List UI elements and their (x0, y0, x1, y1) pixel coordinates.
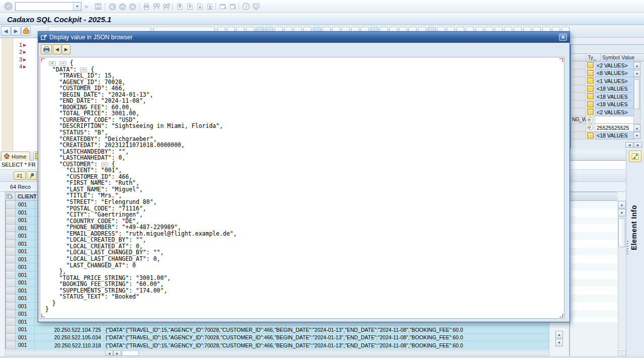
editor-line[interactable]: 1▶ (13, 42, 26, 49)
resize-grip[interactable]: ∷ (618, 350, 626, 356)
row-selector[interactable] (6, 341, 16, 349)
navigate-back-button[interactable]: ◀ (1, 26, 11, 36)
row-selector[interactable] (6, 326, 16, 334)
element-info-dock-button[interactable] (629, 151, 641, 162)
symbol-hscroll-right-icon[interactable]: ▶ (634, 142, 642, 148)
symbol-value-cell[interactable]: 25525525525 (595, 124, 634, 132)
table-row[interactable]: 00120.250.522.104.725{"DATA":{"TRAVEL_ID… (6, 326, 549, 334)
row-selector[interactable] (6, 248, 16, 256)
timestamp-cell[interactable]: 20.250.522.104.725 (35, 326, 104, 334)
timestamp-cell[interactable]: 20.250.522.105.034 (35, 334, 104, 342)
client-cell[interactable]: 001 (16, 256, 35, 264)
symbol-value-cell[interactable]: <18 VALUES (595, 85, 634, 93)
breakpoint-marker-icon[interactable]: ▶ (23, 50, 26, 54)
row-selector[interactable] (6, 310, 16, 318)
page-up-icon[interactable] (118, 2, 127, 11)
collapse-node-button[interactable]: – (101, 162, 108, 167)
symbol-value-cell[interactable] (595, 116, 634, 124)
symbol-scroll-thumb[interactable] (634, 79, 640, 109)
breakpoint-marker-icon[interactable]: ▶ (23, 57, 26, 62)
select-all-header[interactable] (6, 192, 16, 200)
client-cell[interactable]: 001 (16, 209, 35, 217)
row-selector[interactable] (6, 334, 16, 342)
client-cell[interactable]: 001 (16, 310, 35, 318)
close-icon[interactable]: ✕ (559, 34, 567, 41)
client-cell[interactable]: 001 (16, 263, 35, 271)
symbol-row[interactable]: 25525525525 (572, 124, 634, 132)
cancel-icon[interactable] (128, 2, 137, 11)
row-selector[interactable] (6, 256, 16, 264)
row-selector[interactable] (6, 217, 16, 225)
grid-vertical-scroll-thumb[interactable] (618, 218, 625, 247)
json-string-cell[interactable]: {"DATA":{"TRAVEL_ID":15,"AGENCY_ID":7002… (104, 334, 549, 342)
new-session-icon[interactable] (218, 2, 227, 11)
row-selector[interactable] (6, 287, 16, 295)
row-selector[interactable] (6, 209, 16, 217)
client-cell[interactable]: 001 (16, 240, 35, 248)
prev-page-icon[interactable] (185, 2, 194, 11)
client-cell[interactable]: 001 (16, 287, 35, 295)
symbol-row[interactable]: NG_WE (572, 116, 634, 124)
previous-value-button[interactable]: ◀ (53, 44, 61, 54)
symbol-scroll-up-icon[interactable]: ▲ (633, 62, 640, 69)
strip-scroll-up-icon[interactable]: ▲ (618, 201, 626, 208)
gui-settings-icon[interactable] (252, 2, 261, 11)
symbol-hscroll-left-icon[interactable]: ◀ (625, 142, 633, 148)
client-cell[interactable]: 001 (16, 271, 35, 279)
symbol-row[interactable]: <18 VALUES (572, 101, 634, 109)
editor-line[interactable]: 4▶ (13, 63, 26, 70)
hscroll-thumb[interactable] (122, 350, 139, 356)
back-icon[interactable] (108, 2, 117, 11)
symbol-scroll-down-icon[interactable]: ▼ (633, 70, 640, 77)
find-icon[interactable] (152, 2, 161, 11)
symbol-value-cell[interactable]: <18 VALUES (595, 132, 634, 140)
json-string-cell[interactable]: {"DATA":{"TRAVEL_ID":15,"AGENCY_ID":7002… (104, 326, 549, 334)
symbol-row[interactable]: <1 VALUES> (572, 77, 634, 85)
editor-line[interactable]: 3▶ (13, 56, 26, 63)
json-string-cell[interactable]: {"DATA":{"TRAVEL_ID":15,"AGENCY_ID":7002… (104, 341, 549, 349)
client-column-header[interactable]: CLIENT (16, 192, 35, 200)
client-cell[interactable]: 001 (16, 232, 35, 240)
result-number-button[interactable]: #1 (14, 171, 26, 180)
timestamp-cell[interactable]: 20.250.522.110.318 (35, 341, 104, 349)
strip-scroll-down-icon[interactable]: ▼ (618, 209, 626, 217)
breakpoint-marker-icon[interactable]: ▶ (23, 64, 26, 69)
client-cell[interactable]: 001 (16, 295, 35, 303)
last-page-icon[interactable] (205, 2, 214, 11)
command-dropdown-icon[interactable]: ▼ (73, 3, 81, 11)
row-selector[interactable] (6, 263, 16, 271)
row-selector[interactable] (6, 232, 16, 240)
help-icon[interactable]: ? (242, 2, 251, 11)
row-selector[interactable] (6, 318, 16, 326)
symbol-value-cell[interactable]: <8 VALUES> (595, 69, 634, 78)
grid-horizontal-scrollbar[interactable] (5, 350, 549, 356)
first-page-icon[interactable] (175, 2, 184, 11)
collapse-node-button[interactable]: – (59, 61, 66, 66)
symbol-row[interactable]: <18 VALUES (572, 132, 634, 140)
editor-line[interactable]: 2▶ (13, 49, 26, 56)
symbol-value-cell[interactable]: <2 VALUES> (595, 108, 634, 116)
tab-home[interactable]: Home (1, 152, 30, 161)
collapse-node-button[interactable]: – (80, 67, 87, 73)
client-cell[interactable]: 001 (16, 225, 35, 233)
row-selector[interactable] (6, 295, 16, 303)
client-cell[interactable]: 001 (16, 201, 35, 209)
dialog-title-bar[interactable]: Display value in JSON browser ✕ (38, 32, 570, 43)
client-cell[interactable]: 001 (16, 341, 35, 349)
client-cell[interactable]: 001 (16, 303, 35, 311)
find-next-icon[interactable] (162, 2, 171, 11)
symbol-value-cell[interactable]: <1 VALUES> (595, 77, 634, 85)
row-selector[interactable] (6, 271, 16, 279)
splitter-grip[interactable] (627, 241, 628, 255)
save-icon[interactable] (94, 2, 103, 11)
pin-button[interactable] (27, 171, 37, 180)
client-cell[interactable]: 001 (16, 217, 35, 225)
row-selector[interactable] (6, 279, 16, 287)
hscroll-left-icon[interactable]: ◀ (105, 350, 113, 356)
symbol-value-column-header[interactable]: Symbol Value (601, 54, 644, 61)
create-shortcut-icon[interactable] (228, 2, 237, 11)
enter-check-icon[interactable]: ✓ (4, 2, 13, 11)
grid-scroll-up-icon[interactable]: ▲ (555, 331, 563, 338)
symbol-row[interactable]: <2 VALUES> (572, 108, 634, 116)
type-column-header[interactable]: Ty_ (586, 54, 601, 61)
